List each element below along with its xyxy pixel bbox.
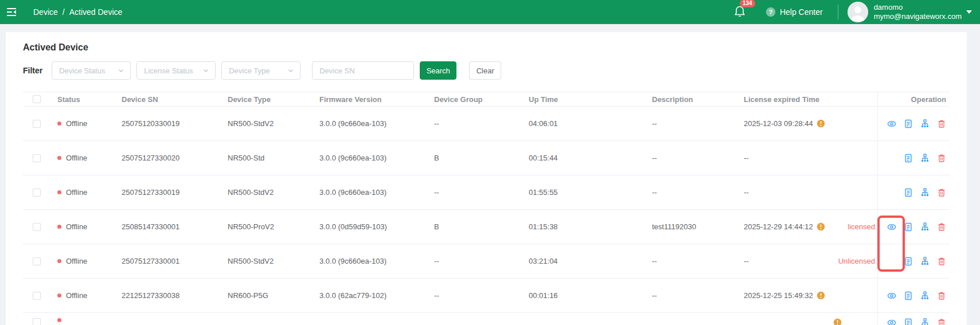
topology-icon[interactable] [920, 188, 930, 197]
clear-button[interactable]: Clear [469, 61, 501, 80]
description-cell: -- [645, 141, 737, 175]
log-file-icon[interactable] [904, 318, 913, 325]
row-checkbox[interactable] [33, 120, 41, 128]
device-sn-cell [115, 313, 221, 318]
operation-cell [877, 313, 950, 325]
log-file-icon[interactable] [904, 257, 913, 266]
offline-status-dot-icon [57, 293, 61, 297]
user-name: damomo [874, 3, 962, 12]
device-group-cell [427, 313, 522, 318]
status-label: Offline [66, 222, 87, 231]
topology-icon[interactable] [920, 318, 930, 325]
offline-status-dot-icon [57, 259, 61, 263]
breadcrumb-actived-device[interactable]: Actived Device [69, 7, 123, 17]
svg-text:?: ? [769, 9, 773, 15]
topology-icon[interactable] [920, 119, 930, 128]
license-status-placeholder: License Status [144, 66, 193, 75]
status-label: Offline [66, 291, 87, 300]
row-checkbox[interactable] [33, 189, 41, 197]
topbar-right: 134 ? Help Center damomo mymo@navigatewo… [733, 2, 980, 22]
log-file-icon[interactable] [904, 291, 913, 300]
table-row: Offline 22125127330038 NR600-P5G 3.0.0 (… [23, 279, 950, 313]
row-checkbox[interactable] [33, 318, 41, 325]
help-center-button[interactable]: ? Help Center [766, 7, 823, 17]
status-cell: Offline [50, 279, 115, 312]
delete-trash-icon[interactable] [937, 188, 946, 197]
delete-trash-icon[interactable] [937, 119, 946, 128]
firmware-version-cell: 3.0.0 (9c660ea-103) [313, 175, 427, 209]
device-sn-cell: 25075127330001 [115, 244, 221, 278]
topology-icon[interactable] [920, 222, 930, 232]
topology-icon[interactable] [920, 257, 930, 266]
license-date: -- [744, 188, 749, 197]
device-table: Status Device SN Device Type Firmware Ve… [23, 92, 950, 325]
device-group-cell: -- [427, 175, 522, 209]
warning-icon [817, 291, 825, 300]
device-sn-cell: 22125127330038 [115, 279, 221, 312]
sidebar-fold-button[interactable] [0, 0, 23, 24]
status-label: Offline [66, 154, 87, 162]
device-sn-cell: 25085147330001 [115, 210, 221, 244]
search-button[interactable]: Search [420, 61, 456, 80]
offline-status-dot-icon [57, 122, 61, 126]
status-label: Offline [66, 257, 87, 265]
up-time-cell [522, 313, 645, 318]
table-row: Offline 25075127330001 NR500-StdV2 3.0.0… [23, 244, 950, 279]
delete-trash-icon[interactable] [937, 257, 946, 266]
header-device-sn: Device SN [115, 92, 221, 106]
device-type-select[interactable]: Device Type [221, 61, 300, 80]
delete-trash-icon[interactable] [937, 154, 946, 163]
row-checkbox[interactable] [33, 292, 41, 300]
table-row: Offline 25075120330019 NR500-StdV2 3.0.0… [23, 107, 950, 141]
license-date: 2025-12-03 09:28:44 [744, 119, 813, 128]
device-type-cell: NR500-StdV2 [221, 175, 313, 209]
row-checkbox[interactable] [33, 154, 41, 162]
device-group-cell: B [427, 210, 522, 244]
status-cell: Offline [50, 107, 115, 140]
header-device-group: Device Group [427, 92, 522, 106]
device-sn-cell: 25075127330020 [115, 141, 221, 175]
header-license-expired-time: License expired Time [737, 92, 877, 106]
log-file-icon[interactable] [904, 119, 913, 128]
avatar[interactable] [848, 2, 868, 22]
license-status-select[interactable]: License Status [136, 61, 216, 80]
select-all-checkbox[interactable] [33, 95, 41, 103]
view-eye-icon[interactable] [887, 318, 896, 325]
row-checkbox[interactable] [33, 257, 41, 265]
license-expired-cell: -- [737, 175, 877, 209]
warning-icon [833, 318, 842, 325]
device-group-cell: B [427, 141, 522, 175]
device-sn-input[interactable] [312, 61, 414, 80]
firmware-version-cell: 3.0.0 (9c660ea-103) [313, 244, 427, 278]
topology-icon[interactable] [920, 154, 930, 163]
user-menu-caret-icon[interactable] [966, 10, 972, 14]
user-block[interactable]: damomo mymo@navigateworx.com [874, 3, 962, 21]
view-eye-icon[interactable] [887, 291, 896, 300]
breadcrumb-device[interactable]: Device [33, 7, 58, 17]
delete-trash-icon[interactable] [937, 318, 946, 325]
content-card: Actived Device Filter Device Status Lice… [6, 32, 967, 325]
status-label: Offline [66, 119, 87, 128]
device-status-select[interactable]: Device Status [52, 61, 131, 80]
status-cell [50, 313, 115, 322]
operation-cell [877, 244, 950, 278]
table-row: Offline 25075127330020 NR500-Std 3.0.0 (… [23, 141, 950, 175]
offline-status-dot-icon [57, 318, 61, 322]
firmware-version-cell: 3.0.0 (9c660ea-103) [313, 107, 427, 140]
operation-cell [877, 279, 950, 312]
notifications-button[interactable]: 134 [733, 4, 746, 20]
view-eye-icon[interactable] [887, 119, 896, 128]
filter-row: Filter Device Status License Status Devi… [23, 61, 950, 80]
delete-trash-icon[interactable] [937, 291, 946, 300]
device-type-cell: NR500-Std [221, 141, 313, 175]
log-file-icon[interactable] [904, 222, 913, 232]
topology-icon[interactable] [920, 291, 930, 300]
firmware-version-cell: 3.0.0 (0d59d59-103) [313, 210, 427, 244]
log-file-icon[interactable] [904, 154, 913, 163]
row-checkbox[interactable] [33, 223, 41, 231]
view-eye-icon[interactable] [887, 222, 896, 232]
firmware-version-cell [313, 313, 427, 318]
delete-trash-icon[interactable] [937, 222, 946, 232]
license-date: -- [744, 257, 749, 265]
log-file-icon[interactable] [904, 188, 913, 197]
